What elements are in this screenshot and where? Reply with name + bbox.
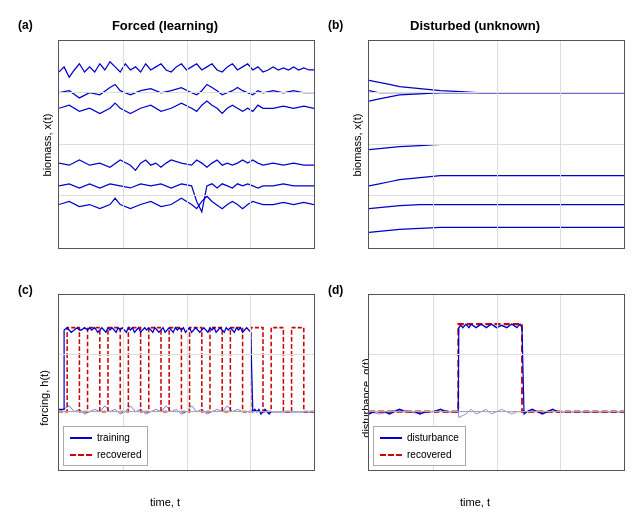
legend-line-training (70, 437, 92, 439)
grid-h-b1 (369, 195, 624, 196)
grid-h-b2 (369, 144, 624, 145)
legend-label-disturbance: disturbance (407, 429, 459, 446)
legend-item-recovered-d: recovered (380, 446, 459, 463)
grid-v-b1 (433, 41, 434, 248)
grid-v-d2 (497, 295, 498, 470)
panel-a-ylabel: biomass, x(t) (41, 113, 53, 176)
grid-h2 (59, 144, 314, 145)
grid-v-b2 (497, 41, 498, 248)
figure-container: (a) Forced (learning) biomass, x(t) (0, 0, 640, 526)
grid-h-b3 (369, 92, 624, 93)
grid-v-c3 (250, 295, 251, 470)
panel-d: (d) disturbance, g(t) (320, 279, 630, 516)
panel-c-plot: -200 -150 -100 -50 0 -0.1 0 0.1 0.2 trai… (58, 294, 315, 471)
legend-line-recovered-d (380, 454, 402, 456)
panel-b-ylabel: biomass, x(t) (351, 113, 363, 176)
legend-item-training: training (70, 429, 141, 446)
grid-v3 (250, 41, 251, 248)
legend-label-recovered: recovered (97, 446, 141, 463)
grid-h-c1 (59, 354, 314, 355)
panel-d-legend: disturbance recovered (373, 426, 466, 466)
legend-item-disturbance: disturbance (380, 429, 459, 446)
grid-v-b3 (560, 41, 561, 248)
panel-c-legend: training recovered (63, 426, 148, 466)
panel-a-label: (a) (18, 18, 33, 32)
legend-item-recovered: recovered (70, 446, 141, 463)
grid-h3 (59, 92, 314, 93)
grid-h-c2 (59, 294, 314, 295)
grid-v1 (123, 41, 124, 248)
legend-line-disturbance (380, 437, 402, 439)
legend-line-recovered (70, 454, 92, 456)
panel-c: (c) forcing, h(t) (10, 279, 320, 516)
panel-b-plot: 0 5 10 15 20 0 0.5 1 1.5 2 (368, 40, 625, 249)
panel-d-xlabel: time, t (460, 496, 490, 508)
panel-b-title: Disturbed (unknown) (410, 18, 540, 33)
panel-c-ylabel: forcing, h(t) (38, 370, 50, 426)
panel-d-label: (d) (328, 283, 343, 297)
grid-h-d1 (369, 354, 624, 355)
grid-v-c2 (187, 295, 188, 470)
panel-b: (b) Disturbed (unknown) biomass, x(t) (320, 10, 630, 279)
grid-h1 (59, 195, 314, 196)
legend-label-training: training (97, 429, 130, 446)
grid-v2 (187, 41, 188, 248)
grid-v-d3 (560, 295, 561, 470)
zero-line-c (59, 411, 314, 412)
panel-c-label: (c) (18, 283, 33, 297)
legend-label-recovered-d: recovered (407, 446, 451, 463)
zero-line-d (369, 411, 624, 412)
panel-a: (a) Forced (learning) biomass, x(t) (10, 10, 320, 279)
panel-d-plot: 0 5 10 15 20 -0.1 0 0.1 0.2 disturbance (368, 294, 625, 471)
panel-c-xlabel: time, t (150, 496, 180, 508)
panel-b-label: (b) (328, 18, 343, 32)
panel-a-plot: -200 -150 -100 -50 0 0 0.5 1 1.5 2 (58, 40, 315, 249)
panel-a-title: Forced (learning) (112, 18, 218, 33)
